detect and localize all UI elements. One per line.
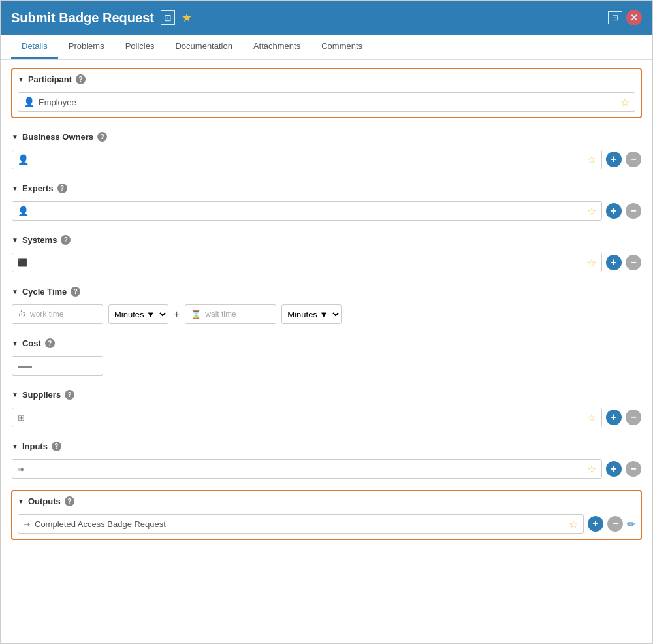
clock-icon: ⏱ [18,310,26,319]
remove-business-owners-button[interactable]: − [626,152,641,167]
header-right: ⊡ ✕ [608,10,642,25]
wait-time-placeholder: wait time [205,310,236,319]
toggle-outputs[interactable]: ▼ [18,498,24,505]
work-time-input[interactable]: ⏱ work time [12,304,103,324]
help-icon-business-owners[interactable]: ? [97,132,107,142]
edit-outputs-button[interactable]: ✏ [627,518,635,530]
cost-input[interactable]: ▬▬ [12,356,103,376]
outputs-field-row: ➔ Completed Access Badge Request ☆ + − ✏ [18,514,635,534]
star-experts[interactable]: ☆ [587,205,596,217]
tab-documentation[interactable]: Documentation [165,35,242,59]
star-participant[interactable]: ☆ [620,96,629,108]
section-header-participant: ▼ Participant ? [18,72,635,87]
remove-systems-button[interactable]: − [626,255,641,270]
cycle-time-row: ⏱ work time Minutes ▼ Hours Days + ⌛ wai… [12,304,641,324]
plus-separator: + [174,308,180,320]
person-icon-bo: 👤 [18,154,29,165]
star-systems[interactable]: ☆ [587,257,596,269]
add-experts-button[interactable]: + [606,203,622,219]
section-header-business-owners: ▼ Business Owners ? [12,129,641,144]
help-icon-experts[interactable]: ? [57,184,67,193]
section-title-inputs: Inputs [22,442,48,451]
expand-button[interactable]: ⊡ [608,11,622,24]
page-title: Submit Badge Request [11,10,154,25]
section-title-business-owners: Business Owners [22,132,93,142]
tab-problems[interactable]: Problems [58,35,115,59]
header: Submit Badge Request ⊡ ★ ⊡ ✕ [1,1,652,35]
add-systems-button[interactable]: + [606,255,622,270]
section-title-participant: Participant [28,74,72,84]
add-suppliers-button[interactable]: + [606,410,622,425]
input-icon: ➠ [18,464,25,474]
section-header-experts: ▼ Experts ? [12,181,641,196]
section-cost: ▼ Cost ? ▬▬ [11,335,642,376]
help-icon-participant[interactable]: ? [76,74,86,84]
output-icon: ➔ [24,519,31,529]
remove-experts-button[interactable]: − [626,203,641,219]
outputs-input[interactable]: ➔ Completed Access Badge Request ☆ [18,514,584,534]
wait-time-input[interactable]: ⌛ wait time [185,304,276,324]
work-time-unit-select[interactable]: Minutes ▼ Hours Days [108,304,168,324]
add-inputs-button[interactable]: + [606,461,622,477]
section-title-outputs: Outputs [28,496,61,506]
star-inputs[interactable]: ☆ [587,463,596,475]
cost-field-row: ▬▬ [12,356,641,376]
remove-suppliers-button[interactable]: − [626,410,641,425]
section-experts: ▼ Experts ? 👤 ☆ + − [11,180,642,221]
star-suppliers[interactable]: ☆ [587,411,596,424]
help-icon-inputs[interactable]: ? [52,442,61,451]
star-outputs[interactable]: ☆ [569,518,578,530]
wait-time-unit-select[interactable]: Minutes ▼ Hours Days [281,304,342,324]
section-participant: ▼ Participant ? 👤 Employee ☆ [11,68,642,118]
toggle-cycle-time[interactable]: ▼ [12,288,18,295]
business-owners-input[interactable]: 👤 ☆ [12,150,602,169]
toggle-systems[interactable]: ▼ [12,236,18,244]
supplier-icon: ⊞ [18,413,25,423]
inputs-field-row: ➠ ☆ + − [12,459,641,479]
help-icon-outputs[interactable]: ? [65,496,74,506]
participant-input[interactable]: 👤 Employee ☆ [18,92,635,112]
tab-policies[interactable]: Policies [115,35,165,59]
tab-comments[interactable]: Comments [311,35,373,59]
add-outputs-button[interactable]: + [588,516,603,532]
main-content: ▼ Participant ? 👤 Employee ☆ ▼ [1,60,652,643]
toggle-business-owners[interactable]: ▼ [12,133,18,140]
systems-input[interactable]: ⬛ ☆ [12,253,602,272]
section-title-systems: Systems [22,235,57,245]
star-business-owners[interactable]: ☆ [587,153,596,166]
window-icon[interactable]: ⊡ [161,10,175,25]
experts-input[interactable]: 👤 ☆ [12,201,602,221]
remove-inputs-button[interactable]: − [626,461,641,477]
toggle-participant[interactable]: ▼ [18,76,24,83]
toggle-experts[interactable]: ▼ [12,185,18,192]
help-icon-cycle-time[interactable]: ? [71,287,80,297]
section-systems: ▼ Systems ? ⬛ ☆ + − [11,232,642,273]
section-header-cycle-time: ▼ Cycle Time ? [12,284,641,299]
add-business-owners-button[interactable]: + [606,152,622,167]
app-window: Submit Badge Request ⊡ ★ ⊡ ✕ Details Pro… [0,0,653,644]
section-header-cost: ▼ Cost ? [12,336,641,351]
toggle-suppliers[interactable]: ▼ [12,391,18,398]
close-button[interactable]: ✕ [626,10,642,25]
tab-attachments[interactable]: Attachments [243,35,311,59]
section-title-cost: Cost [22,338,41,348]
tab-details[interactable]: Details [11,35,58,59]
toggle-inputs[interactable]: ▼ [12,443,18,450]
help-icon-cost[interactable]: ? [45,338,55,348]
help-icon-systems[interactable]: ? [61,235,71,245]
inputs-input[interactable]: ➠ ☆ [12,459,602,479]
participant-value: Employee [39,97,76,107]
favorite-icon[interactable]: ★ [182,10,192,25]
credit-card-icon: ▬▬ [18,362,32,370]
section-header-systems: ▼ Systems ? [12,233,641,248]
suppliers-input[interactable]: ⊞ ☆ [12,408,602,427]
remove-outputs-button[interactable]: − [607,516,623,532]
scrollable-area[interactable]: ▼ Participant ? 👤 Employee ☆ ▼ [1,60,652,643]
section-title-experts: Experts [22,184,54,193]
work-time-placeholder: work time [30,310,63,319]
suppliers-field-row: ⊞ ☆ + − [12,408,641,427]
section-header-outputs: ▼ Outputs ? [18,494,635,509]
toggle-cost[interactable]: ▼ [12,340,18,347]
experts-field-row: 👤 ☆ + − [12,201,641,221]
help-icon-suppliers[interactable]: ? [65,390,74,400]
